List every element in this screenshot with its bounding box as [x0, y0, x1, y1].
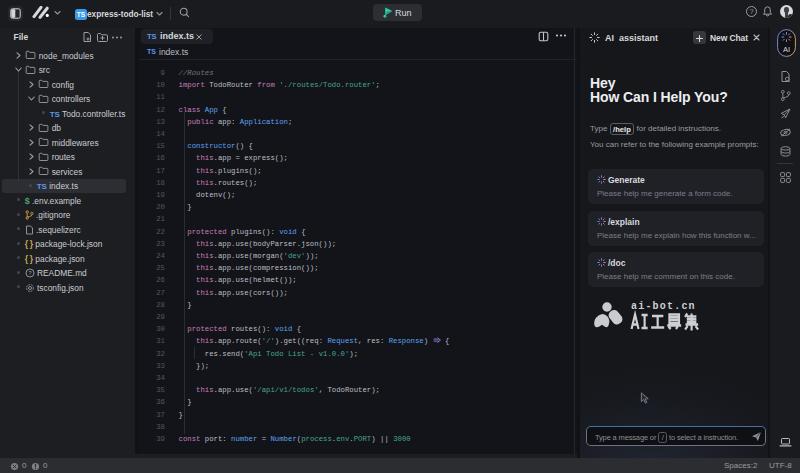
- svg-text:?: ?: [749, 7, 753, 16]
- svg-text:ai-bot.cn: ai-bot.cn: [631, 301, 696, 312]
- svg-text:AI: AI: [783, 45, 790, 54]
- svg-text:?: ?: [28, 270, 31, 276]
